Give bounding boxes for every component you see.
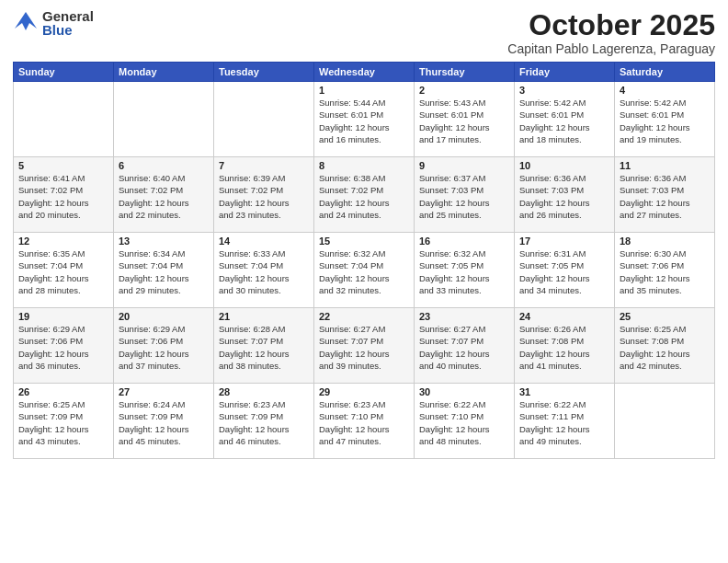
day-number: 30 bbox=[419, 386, 509, 397]
calendar-cell bbox=[114, 82, 214, 157]
calendar-cell: 30Sunrise: 6:22 AMSunset: 7:10 PMDayligh… bbox=[415, 384, 515, 459]
day-number: 26 bbox=[18, 386, 108, 397]
month-title: October 2025 bbox=[507, 9, 715, 41]
calendar-cell: 7Sunrise: 6:39 AMSunset: 7:02 PMDaylight… bbox=[214, 157, 314, 233]
calendar-cell: 13Sunrise: 6:34 AMSunset: 7:04 PMDayligh… bbox=[114, 233, 214, 308]
weekday-header-row: Sunday Monday Tuesday Wednesday Thursday… bbox=[14, 63, 715, 82]
calendar-cell: 18Sunrise: 6:30 AMSunset: 7:06 PMDayligh… bbox=[615, 233, 715, 308]
day-number: 9 bbox=[419, 160, 509, 171]
header-saturday: Saturday bbox=[615, 63, 715, 82]
calendar-cell: 20Sunrise: 6:29 AMSunset: 7:06 PMDayligh… bbox=[114, 308, 214, 384]
day-number: 19 bbox=[18, 311, 108, 322]
day-info: Sunrise: 6:40 AMSunset: 7:02 PMDaylight:… bbox=[119, 172, 209, 221]
day-number: 22 bbox=[319, 311, 409, 322]
day-info: Sunrise: 6:33 AMSunset: 7:04 PMDaylight:… bbox=[219, 247, 309, 296]
logo: General Blue bbox=[13, 9, 94, 37]
day-number: 18 bbox=[620, 236, 710, 247]
calendar-cell: 19Sunrise: 6:29 AMSunset: 7:06 PMDayligh… bbox=[14, 308, 114, 384]
calendar-cell bbox=[14, 82, 114, 157]
day-info: Sunrise: 6:41 AMSunset: 7:02 PMDaylight:… bbox=[18, 172, 108, 221]
calendar-week-row: 5Sunrise: 6:41 AMSunset: 7:02 PMDaylight… bbox=[14, 157, 715, 233]
calendar-cell: 15Sunrise: 6:32 AMSunset: 7:04 PMDayligh… bbox=[314, 233, 415, 308]
logo-icon bbox=[13, 10, 39, 36]
calendar-header: Sunday Monday Tuesday Wednesday Thursday… bbox=[14, 63, 715, 82]
day-number: 10 bbox=[519, 160, 609, 171]
location: Capitan Pablo Lagerenza, Paraguay bbox=[507, 41, 715, 56]
day-info: Sunrise: 6:39 AMSunset: 7:02 PMDaylight:… bbox=[219, 172, 309, 221]
logo-blue: Blue bbox=[42, 23, 94, 37]
calendar-week-row: 19Sunrise: 6:29 AMSunset: 7:06 PMDayligh… bbox=[14, 308, 715, 384]
logo-general: General bbox=[42, 9, 94, 23]
calendar-cell: 31Sunrise: 6:22 AMSunset: 7:11 PMDayligh… bbox=[515, 384, 615, 459]
day-number: 31 bbox=[519, 386, 609, 397]
day-info: Sunrise: 6:28 AMSunset: 7:07 PMDaylight:… bbox=[219, 323, 309, 372]
day-number: 28 bbox=[219, 386, 309, 397]
header-sunday: Sunday bbox=[14, 63, 114, 82]
page: General Blue October 2025 Capitan Pablo … bbox=[0, 0, 728, 563]
day-info: Sunrise: 5:43 AMSunset: 6:01 PMDaylight:… bbox=[419, 97, 509, 145]
day-number: 7 bbox=[219, 160, 309, 171]
calendar-cell: 12Sunrise: 6:35 AMSunset: 7:04 PMDayligh… bbox=[14, 233, 114, 308]
day-info: Sunrise: 6:25 AMSunset: 7:08 PMDaylight:… bbox=[620, 323, 710, 372]
day-number: 1 bbox=[319, 85, 409, 96]
svg-marker-0 bbox=[15, 12, 37, 30]
day-number: 21 bbox=[219, 311, 309, 322]
calendar-table: Sunday Monday Tuesday Wednesday Thursday… bbox=[13, 62, 715, 459]
day-info: Sunrise: 6:36 AMSunset: 7:03 PMDaylight:… bbox=[620, 172, 710, 221]
header: General Blue October 2025 Capitan Pablo … bbox=[13, 9, 715, 56]
day-info: Sunrise: 5:42 AMSunset: 6:01 PMDaylight:… bbox=[620, 97, 710, 145]
day-number: 27 bbox=[119, 386, 209, 397]
day-number: 8 bbox=[319, 160, 409, 171]
calendar-cell: 10Sunrise: 6:36 AMSunset: 7:03 PMDayligh… bbox=[515, 157, 615, 233]
calendar-cell: 14Sunrise: 6:33 AMSunset: 7:04 PMDayligh… bbox=[214, 233, 314, 308]
day-info: Sunrise: 6:29 AMSunset: 7:06 PMDaylight:… bbox=[119, 323, 209, 372]
calendar-cell: 8Sunrise: 6:38 AMSunset: 7:02 PMDaylight… bbox=[314, 157, 415, 233]
day-number: 24 bbox=[519, 311, 609, 322]
day-number: 25 bbox=[620, 311, 710, 322]
day-info: Sunrise: 5:42 AMSunset: 6:01 PMDaylight:… bbox=[519, 97, 609, 145]
calendar-cell: 21Sunrise: 6:28 AMSunset: 7:07 PMDayligh… bbox=[214, 308, 314, 384]
day-info: Sunrise: 6:30 AMSunset: 7:06 PMDaylight:… bbox=[620, 247, 710, 296]
calendar-cell: 9Sunrise: 6:37 AMSunset: 7:03 PMDaylight… bbox=[415, 157, 515, 233]
day-info: Sunrise: 6:24 AMSunset: 7:09 PMDaylight:… bbox=[119, 398, 209, 447]
day-number: 23 bbox=[419, 311, 509, 322]
day-number: 3 bbox=[519, 85, 609, 96]
day-info: Sunrise: 6:37 AMSunset: 7:03 PMDaylight:… bbox=[419, 172, 509, 221]
calendar-cell: 6Sunrise: 6:40 AMSunset: 7:02 PMDaylight… bbox=[114, 157, 214, 233]
day-number: 12 bbox=[18, 236, 108, 247]
calendar-cell: 16Sunrise: 6:32 AMSunset: 7:05 PMDayligh… bbox=[415, 233, 515, 308]
day-info: Sunrise: 6:32 AMSunset: 7:04 PMDaylight:… bbox=[319, 247, 409, 296]
calendar-cell: 27Sunrise: 6:24 AMSunset: 7:09 PMDayligh… bbox=[114, 384, 214, 459]
calendar-cell: 5Sunrise: 6:41 AMSunset: 7:02 PMDaylight… bbox=[14, 157, 114, 233]
day-info: Sunrise: 6:23 AMSunset: 7:10 PMDaylight:… bbox=[319, 398, 409, 447]
day-number: 29 bbox=[319, 386, 409, 397]
header-monday: Monday bbox=[114, 63, 214, 82]
calendar-week-row: 12Sunrise: 6:35 AMSunset: 7:04 PMDayligh… bbox=[14, 233, 715, 308]
calendar-cell: 23Sunrise: 6:27 AMSunset: 7:07 PMDayligh… bbox=[415, 308, 515, 384]
day-number: 13 bbox=[119, 236, 209, 247]
calendar-cell bbox=[615, 384, 715, 459]
day-number: 16 bbox=[419, 236, 509, 247]
day-info: Sunrise: 6:38 AMSunset: 7:02 PMDaylight:… bbox=[319, 172, 409, 221]
day-number: 5 bbox=[18, 160, 108, 171]
day-number: 11 bbox=[620, 160, 710, 171]
day-number: 14 bbox=[219, 236, 309, 247]
day-info: Sunrise: 6:29 AMSunset: 7:06 PMDaylight:… bbox=[18, 323, 108, 372]
title-block: October 2025 Capitan Pablo Lagerenza, Pa… bbox=[507, 9, 715, 56]
day-info: Sunrise: 6:22 AMSunset: 7:10 PMDaylight:… bbox=[419, 398, 509, 447]
calendar-cell: 28Sunrise: 6:23 AMSunset: 7:09 PMDayligh… bbox=[214, 384, 314, 459]
header-tuesday: Tuesday bbox=[214, 63, 314, 82]
day-info: Sunrise: 6:26 AMSunset: 7:08 PMDaylight:… bbox=[519, 323, 609, 372]
day-number: 6 bbox=[119, 160, 209, 171]
day-info: Sunrise: 6:35 AMSunset: 7:04 PMDaylight:… bbox=[18, 247, 108, 296]
header-thursday: Thursday bbox=[415, 63, 515, 82]
day-number: 15 bbox=[319, 236, 409, 247]
calendar-cell: 3Sunrise: 5:42 AMSunset: 6:01 PMDaylight… bbox=[515, 82, 615, 157]
day-info: Sunrise: 6:36 AMSunset: 7:03 PMDaylight:… bbox=[519, 172, 609, 221]
day-number: 4 bbox=[620, 85, 710, 96]
header-friday: Friday bbox=[515, 63, 615, 82]
day-number: 2 bbox=[419, 85, 509, 96]
day-number: 20 bbox=[119, 311, 209, 322]
day-info: Sunrise: 6:23 AMSunset: 7:09 PMDaylight:… bbox=[219, 398, 309, 447]
day-info: Sunrise: 5:44 AMSunset: 6:01 PMDaylight:… bbox=[319, 97, 409, 145]
